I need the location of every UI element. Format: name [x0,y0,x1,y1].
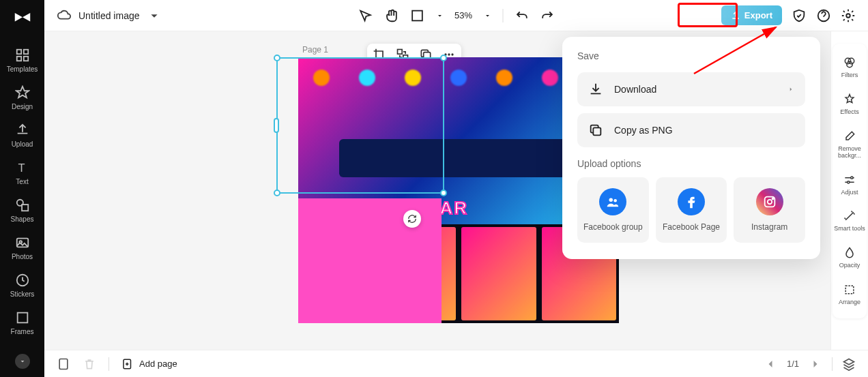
eraser-icon [843,130,856,143]
frame-tool[interactable] [409,8,424,23]
left-sidebar: Templates Design Upload T Text Shapes Ph… [0,0,44,377]
download-label: Download [614,84,777,95]
design-icon [15,85,30,100]
rr-label: Opacity [839,262,860,269]
rail-label: Text [16,178,28,185]
right-sidebar: Filters Effects Remove backgr... Adjust … [830,31,868,350]
photos-icon [15,235,30,250]
chevron-down-icon[interactable] [147,8,162,23]
smart-tools[interactable]: Smart tools [833,202,867,239]
download-row[interactable]: Download [577,72,805,106]
doc-title[interactable]: Untitled image [78,10,140,21]
add-page-button[interactable]: Add page [121,358,177,370]
upload-facebook-page[interactable]: Facebook Page [656,177,727,243]
refresh-badge[interactable] [403,210,421,228]
svg-point-25 [772,198,773,200]
layers-icon[interactable] [842,357,856,371]
cloud-icon[interactable] [57,8,72,23]
svg-rect-11 [412,10,422,20]
svg-rect-32 [845,286,854,294]
svg-rect-0 [16,50,20,54]
svg-point-28 [848,58,854,63]
copy-png-row[interactable]: Copy as PNG [577,113,805,147]
chevron-right-icon [787,85,794,94]
copy-png-label: Copy as PNG [614,125,794,136]
pages-icon[interactable] [57,357,70,371]
upload-icon [15,123,30,138]
stickers-icon [15,273,30,288]
redo-button[interactable] [540,8,555,23]
svg-rect-10 [17,313,27,323]
upload-label: Facebook group [583,222,643,233]
effects-icon [843,93,856,106]
rail-frames[interactable]: Frames [0,306,44,340]
opacity-icon [843,246,856,260]
hand-tool[interactable] [384,8,399,23]
frames-icon [15,310,30,325]
shapes-icon [15,198,30,213]
top-toolbar: Untitled image 53% Export [44,0,868,31]
rail-text[interactable]: T Text [0,156,44,190]
rail-label: Templates [7,65,38,73]
svg-point-17 [444,53,446,55]
download-icon [588,82,603,97]
adjust-tool[interactable]: Adjust [833,166,867,203]
cursor-tool[interactable] [358,8,373,23]
upload-instagram[interactable]: Instagram [734,177,805,243]
rail-templates[interactable]: Templates [0,44,44,77]
chevron-down-icon[interactable] [435,8,444,23]
rr-label: Remove backgr... [833,146,867,160]
undo-button[interactable] [514,8,529,23]
trash-icon[interactable] [83,357,96,371]
chevron-down-icon[interactable] [483,8,491,23]
upload-heading: Upload options [577,158,805,169]
next-page[interactable] [809,357,822,371]
instagram-icon [756,188,783,215]
settings-icon[interactable] [841,8,856,23]
doc-area: Untitled image [57,8,162,23]
upload-label: Facebook Page [663,222,720,233]
rail-upload[interactable]: Upload [0,119,44,152]
svg-point-24 [767,200,771,204]
svg-rect-20 [593,127,601,135]
facebook-icon [678,188,705,215]
svg-rect-6 [22,205,28,211]
rail-stickers[interactable]: Stickers [0,269,44,302]
adjust-icon [843,173,856,187]
separator [108,357,109,371]
arrange-tool[interactable]: Arrange [833,276,867,313]
rr-label: Effects [840,109,858,116]
separator [832,357,833,371]
app-logo[interactable] [12,10,33,26]
rail-more[interactable] [15,354,30,369]
svg-point-30 [851,177,853,179]
rail-label: Shapes [11,215,34,223]
zoom-value[interactable]: 53% [454,10,472,20]
shield-icon[interactable] [792,8,807,23]
wand-icon [843,209,856,223]
filters-icon [843,56,856,70]
export-button[interactable]: Export [721,5,782,25]
effects-tool[interactable]: Effects [833,86,867,123]
rr-label: Adjust [841,190,858,196]
opacity-tool[interactable]: Opacity [833,239,867,276]
help-icon[interactable] [816,8,831,23]
svg-rect-1 [23,50,27,54]
page-count: 1/1 [787,359,799,369]
rail-label: Upload [12,140,33,148]
export-popover: Save Download Copy as PNG Upload options… [562,37,820,259]
rail-shapes[interactable]: Shapes [0,194,44,227]
rail-photos[interactable]: Photos [0,231,44,265]
svg-point-19 [451,53,453,55]
rr-label: Filters [841,72,858,79]
templates-icon [15,48,30,63]
svg-rect-2 [16,57,20,61]
text-icon: T [15,160,30,175]
remove-bg-tool[interactable]: Remove backgr... [833,123,867,166]
filters-tool[interactable]: Filters [833,49,867,86]
rail-label: Design [12,103,33,110]
rail-design[interactable]: Design [0,81,44,115]
upload-facebook-group[interactable]: Facebook group [577,177,649,243]
prev-page[interactable] [764,357,777,371]
rr-label: Smart tools [834,226,865,232]
